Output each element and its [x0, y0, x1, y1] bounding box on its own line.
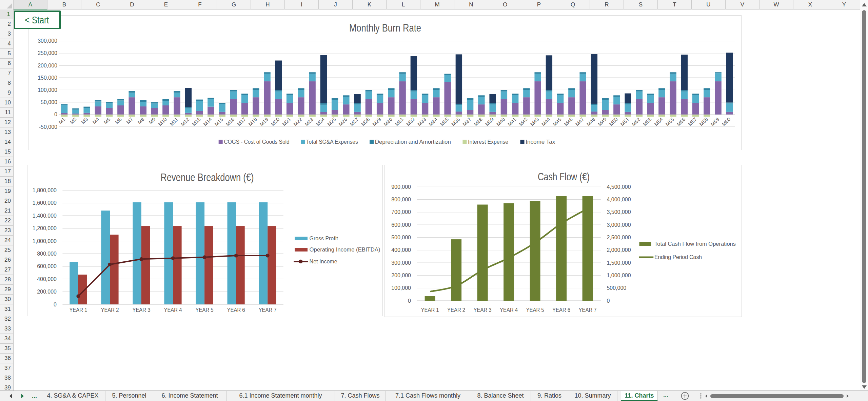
svg-text:M30: M30	[383, 117, 393, 127]
svg-text:M56: M56	[676, 117, 686, 127]
svg-text:M25: M25	[326, 117, 337, 127]
svg-text:600,000: 600,000	[37, 263, 57, 269]
svg-text:Monthly Burn Rate: Monthly Burn Rate	[349, 22, 421, 34]
svg-text:M7: M7	[125, 117, 134, 125]
svg-text:500,000: 500,000	[391, 235, 411, 240]
svg-text:YEAR 3: YEAR 3	[474, 307, 492, 313]
svg-text:700,000: 700,000	[391, 209, 411, 215]
svg-text:100,000: 100,000	[391, 285, 411, 291]
svg-text:Gross Profit: Gross Profit	[310, 236, 338, 241]
svg-text:M12: M12	[180, 117, 190, 127]
svg-text:M35: M35	[439, 117, 450, 127]
svg-text:M22: M22	[293, 117, 303, 127]
svg-text:M47: M47	[574, 117, 585, 127]
svg-text:M15: M15	[214, 117, 224, 127]
svg-text:M24: M24	[315, 117, 326, 127]
svg-text:M2: M2	[69, 117, 78, 125]
svg-text:YEAR 6: YEAR 6	[227, 307, 245, 313]
svg-text:300,000: 300,000	[38, 38, 57, 44]
svg-text:Net Income: Net Income	[310, 259, 337, 264]
svg-text:M28: M28	[360, 117, 371, 127]
svg-text:150,000: 150,000	[38, 75, 57, 81]
svg-text:Revenue Breakdown (€): Revenue Breakdown (€)	[161, 171, 254, 183]
svg-text:M43: M43	[529, 117, 540, 127]
svg-text:M38: M38	[473, 117, 484, 127]
svg-text:M16: M16	[225, 117, 235, 127]
svg-text:0: 0	[408, 298, 411, 304]
svg-text:YEAR 1: YEAR 1	[69, 307, 87, 313]
svg-text:M8: M8	[137, 117, 145, 125]
svg-text:1,000,000: 1,000,000	[607, 273, 631, 278]
svg-text:M26: M26	[338, 117, 348, 127]
svg-text:M17: M17	[236, 117, 246, 127]
svg-text:M3: M3	[80, 117, 89, 125]
svg-text:500,000: 500,000	[607, 285, 626, 291]
svg-text:M4: M4	[92, 117, 100, 125]
svg-text:M51: M51	[619, 117, 630, 127]
svg-text:M45: M45	[552, 117, 562, 127]
svg-text:M1: M1	[58, 117, 66, 125]
svg-text:400,000: 400,000	[391, 247, 411, 253]
svg-text:Interest Expense: Interest Expense	[468, 139, 508, 145]
svg-text:3,000,000: 3,000,000	[607, 222, 631, 228]
svg-text:M54: M54	[653, 117, 664, 127]
svg-text:YEAR 6: YEAR 6	[552, 307, 570, 313]
svg-text:YEAR 7: YEAR 7	[579, 307, 597, 313]
svg-text:M59: M59	[710, 117, 720, 127]
svg-text:4,500,000: 4,500,000	[607, 184, 631, 190]
svg-text:M48: M48	[586, 117, 596, 127]
svg-text:Total Cash Flow from Operation: Total Cash Flow from Operations	[654, 241, 736, 247]
svg-text:M50: M50	[608, 117, 619, 127]
svg-text:M18: M18	[248, 117, 258, 127]
svg-text:2,000,000: 2,000,000	[607, 247, 631, 253]
svg-text:M36: M36	[450, 117, 461, 127]
svg-text:M37: M37	[461, 117, 472, 127]
svg-text:YEAR 1: YEAR 1	[421, 307, 439, 313]
svg-text:M52: M52	[631, 117, 641, 127]
svg-text:3,500,000: 3,500,000	[607, 209, 631, 215]
svg-text:YEAR 4: YEAR 4	[500, 307, 518, 313]
svg-text:YEAR 3: YEAR 3	[133, 307, 151, 313]
svg-text:M58: M58	[698, 117, 709, 127]
svg-text:250,000: 250,000	[38, 50, 57, 56]
svg-text:M27: M27	[349, 117, 359, 127]
svg-text:YEAR 2: YEAR 2	[101, 307, 119, 313]
svg-text:2,500,000: 2,500,000	[607, 235, 631, 240]
svg-text:50,000: 50,000	[41, 99, 57, 105]
svg-text:Income Tax: Income Tax	[526, 139, 555, 145]
svg-text:0: 0	[54, 302, 57, 307]
svg-text:< Start: < Start	[25, 14, 50, 25]
svg-text:M41: M41	[507, 117, 517, 127]
svg-text:M23: M23	[304, 117, 314, 127]
svg-text:M40: M40	[495, 117, 506, 127]
svg-text:M14: M14	[202, 117, 213, 127]
svg-text:900,000: 900,000	[391, 184, 411, 190]
svg-text:200,000: 200,000	[37, 289, 57, 295]
svg-text:1,200,000: 1,200,000	[33, 225, 57, 231]
svg-text:200,000: 200,000	[38, 63, 57, 68]
svg-text:YEAR 5: YEAR 5	[196, 307, 214, 313]
svg-text:1,500,000: 1,500,000	[607, 260, 631, 266]
svg-text:...: ...	[32, 393, 37, 399]
svg-text:YEAR 5: YEAR 5	[526, 307, 544, 313]
svg-text:100,000: 100,000	[38, 87, 57, 93]
svg-text:M31: M31	[394, 117, 405, 127]
svg-text:M10: M10	[157, 117, 168, 127]
svg-text:800,000: 800,000	[37, 251, 57, 257]
svg-text:M42: M42	[518, 117, 529, 127]
svg-text:400,000: 400,000	[37, 276, 57, 282]
svg-text:1,400,000: 1,400,000	[33, 213, 57, 219]
svg-text:M13: M13	[191, 117, 201, 127]
svg-text:0: 0	[54, 112, 57, 117]
svg-text:M20: M20	[270, 117, 280, 127]
svg-text:600,000: 600,000	[391, 222, 411, 228]
svg-text:M55: M55	[665, 117, 675, 127]
svg-text:Depreciation and Amortization: Depreciation and Amortization	[375, 139, 451, 145]
svg-text:Total SG&A Expenses: Total SG&A Expenses	[306, 139, 358, 145]
svg-text:M53: M53	[642, 117, 652, 127]
svg-text:M29: M29	[371, 117, 382, 127]
svg-text:Ending Period Cash: Ending Period Cash	[654, 254, 702, 260]
svg-text:YEAR 2: YEAR 2	[447, 307, 465, 313]
svg-text:200,000: 200,000	[391, 273, 411, 278]
svg-text:M19: M19	[259, 117, 269, 127]
